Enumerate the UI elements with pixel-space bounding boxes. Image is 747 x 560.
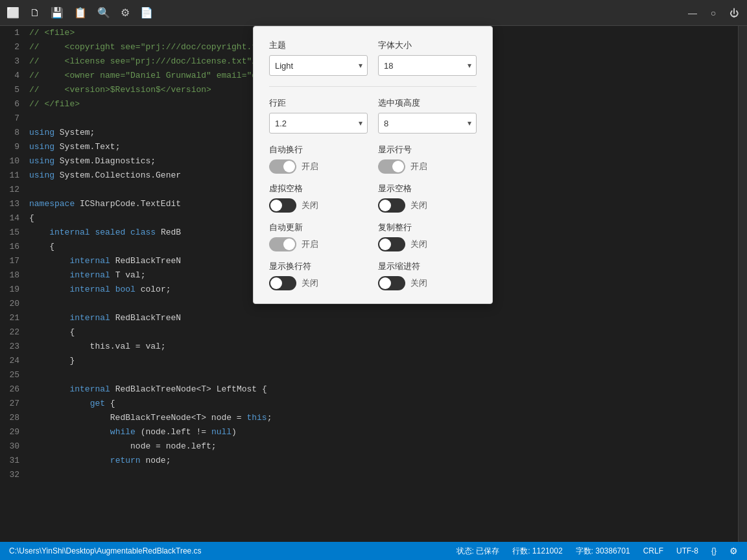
toggle-show-newline: 显示换行符 关闭 [269,261,368,290]
braces-indicator: {} [711,546,717,555]
save-icon[interactable]: 💾 [51,6,64,19]
fontsize-select[interactable]: 12 14 16 18 20 24 [378,55,477,76]
minimize-button[interactable]: — [686,6,699,19]
table-row: 30 node = node.left; [0,439,738,454]
toggle-show-space: 显示空格 关闭 [378,183,477,213]
virtual-space-label: 虚拟空格 [269,183,368,194]
toggle-copy-line: 复制整行 关闭 [378,222,477,251]
titlebar: ⬜ 🗋 💾 📋 🔍 ⚙ 📄 — ○ ⏻ [0,0,747,26]
close-button[interactable]: ⏻ [728,6,741,19]
show-indent-row: 关闭 [378,276,477,290]
table-row: 28 RedBlackTreeNode<T> node = this; [0,411,738,425]
auto-update-toggle[interactable] [269,237,296,251]
auto-wrap-knob [283,161,295,172]
show-newline-toggle[interactable] [269,276,296,290]
virtual-space-row: 关闭 [269,198,368,213]
linespacing-label: 行距 [269,97,368,109]
auto-wrap-label: 自动换行 [269,144,368,156]
divider-1 [269,86,477,87]
show-space-knob [379,200,391,211]
toggle-auto-wrap: 自动换行 开启 [269,144,368,174]
copy-line-row: 关闭 [378,237,477,251]
file-path: C:\Users\YinShi\Desktop\AugmentableRedBl… [9,546,202,555]
fontsize-select-wrapper[interactable]: 12 14 16 18 20 24 [378,55,477,76]
show-indent-label: 显示缩进符 [378,261,477,272]
toggle-virtual-space: 虚拟空格 关闭 [269,183,368,213]
show-space-row: 关闭 [378,198,477,213]
virtual-space-knob [270,200,282,211]
show-lineno-toggle[interactable] [378,159,405,174]
copy-line-toggle[interactable] [378,237,405,251]
theme-field: 主题 Light Dark Auto [269,40,368,76]
char-count: 字数: 30386701 [576,546,630,557]
show-indent-status: 关闭 [410,277,427,289]
table-row: 27 get { [0,397,738,411]
tools-icon[interactable]: ⚙ [121,6,130,19]
show-newline-label: 显示换行符 [269,261,368,272]
auto-wrap-row: 开启 [269,159,368,174]
toggle-grid: 自动换行 开启 显示行号 开启 [269,144,477,290]
linespacing-select-wrapper[interactable]: 1.0 1.2 1.5 2.0 [269,113,368,134]
layout-icon[interactable]: ⬜ [6,6,19,19]
fontsize-label: 字体大小 [378,40,477,51]
linespacing-select[interactable]: 1.0 1.2 1.5 2.0 [269,113,368,134]
auto-update-row: 开启 [269,237,368,251]
statusbar-right: 状态: 已保存 行数: 1121002 字数: 30386701 CRLF UT… [456,546,738,557]
settings-gear-icon[interactable]: ⚙ [729,546,738,556]
copy-icon[interactable]: 📋 [74,6,87,19]
settings-row-2: 行距 1.0 1.2 1.5 2.0 选中项高度 4 6 8 [269,97,477,134]
new-file-icon[interactable]: 🗋 [30,7,40,19]
table-row: 25 [0,368,738,382]
selheight-select[interactable]: 4 6 8 10 12 [378,113,477,134]
toggle-show-indent: 显示缩进符 关闭 [378,261,477,290]
toggle-show-lineno: 显示行号 开启 [378,144,477,174]
table-row: 23 this.val = val; [0,340,738,354]
settings-row-1: 主题 Light Dark Auto 字体大小 12 14 16 1 [269,40,477,76]
auto-update-label: 自动更新 [269,222,368,233]
statusbar: C:\Users\YinShi\Desktop\AugmentableRedBl… [0,542,747,560]
charset: UTF-8 [676,546,698,555]
auto-update-status: 开启 [302,239,318,250]
theme-select-wrapper[interactable]: Light Dark Auto [269,55,368,76]
show-lineno-knob [392,161,404,172]
theme-label: 主题 [269,40,368,51]
toggle-auto-update: 自动更新 开启 [269,222,368,251]
fontsize-field: 字体大小 12 14 16 18 20 24 [378,40,477,76]
selheight-select-wrapper[interactable]: 4 6 8 10 12 [378,113,477,134]
copy-line-status: 关闭 [410,239,427,250]
show-space-toggle[interactable] [378,198,405,213]
virtual-space-toggle[interactable] [269,198,296,213]
titlebar-controls: — ○ ⏻ [686,6,741,19]
save-status: 状态: 已保存 [456,546,500,557]
auto-update-knob [283,239,295,250]
scrollbar-track[interactable] [738,26,747,542]
auto-wrap-toggle[interactable] [269,159,296,174]
line-count: 行数: 1121002 [512,546,562,557]
copy-line-label: 复制整行 [378,222,477,233]
selheight-label: 选中项高度 [378,97,477,109]
show-space-label: 显示空格 [378,183,477,194]
titlebar-icons: ⬜ 🗋 💾 📋 🔍 ⚙ 📄 [6,6,153,19]
show-newline-status: 关闭 [302,277,318,289]
settings-panel: 主题 Light Dark Auto 字体大小 12 14 16 1 [253,26,493,304]
search-icon[interactable]: 🔍 [97,6,110,19]
auto-wrap-status: 开启 [302,161,318,172]
virtual-space-status: 关闭 [302,200,318,211]
table-row: 32 [0,468,738,482]
table-row: 24 } [0,354,738,368]
maximize-button[interactable]: ○ [707,6,720,19]
theme-select[interactable]: Light Dark Auto [269,55,368,76]
show-lineno-row: 开启 [378,159,477,174]
show-indent-knob [379,277,391,289]
show-indent-toggle[interactable] [378,276,405,290]
docs-icon[interactable]: 📄 [140,6,153,19]
show-newline-row: 关闭 [269,276,368,290]
selheight-field: 选中项高度 4 6 8 10 12 [378,97,477,134]
table-row: 31 return node; [0,454,738,468]
editor-area: 1// <file> 2// <copyright see="prj:///do… [0,26,747,542]
copy-line-knob [379,239,391,250]
show-newline-knob [270,277,282,289]
linespacing-field: 行距 1.0 1.2 1.5 2.0 [269,97,368,134]
line-ending: CRLF [643,546,663,555]
show-space-status: 关闭 [410,200,427,211]
